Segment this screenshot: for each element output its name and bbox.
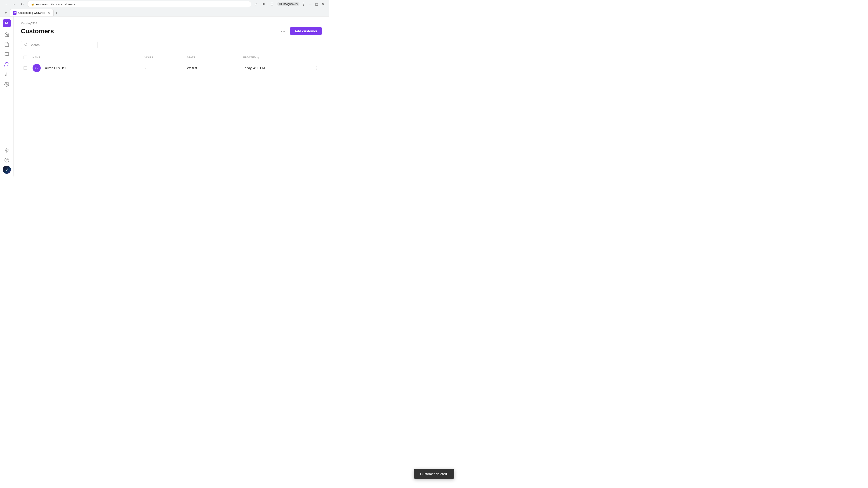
browser-titlebar: ← → ↻ 🔒 new.waitwhile.com/customers ☆ ■ … — [0, 0, 329, 8]
sidebar-item-analytics[interactable] — [2, 70, 11, 79]
sidebar-item-calendar[interactable] — [2, 40, 11, 49]
row-updated-cell: Today, 4:00 PM — [241, 61, 311, 75]
new-tab-btn[interactable]: + — [54, 10, 60, 16]
sidebar-item-settings[interactable] — [2, 80, 11, 89]
bookmark-btn[interactable]: ☆ — [253, 1, 259, 7]
page-header: Customers ⋯ Add customer — [21, 27, 322, 35]
tab-favicon: W — [13, 11, 17, 15]
reload-btn[interactable]: ↻ — [19, 1, 25, 7]
sidebar-bottom: U — [2, 146, 11, 174]
sidebar-btn[interactable]: ☰ — [269, 1, 275, 7]
toolbar-actions: ☆ ■ ☰ 🆧 Incognito (2) ⋮ – ◻ ✕ — [253, 1, 327, 7]
row-state-cell: Waitlist — [184, 61, 241, 75]
tab-close-btn[interactable]: ✕ — [47, 11, 51, 15]
sidebar-item-quickactions[interactable] — [2, 146, 11, 155]
forward-btn[interactable]: → — [11, 1, 17, 7]
customers-table: NAME VISITS STATE UPDATED — [21, 54, 322, 75]
search-icon — [24, 43, 28, 47]
divider — [268, 2, 268, 6]
more-options-btn[interactable]: ⋯ — [279, 28, 287, 35]
text-cursor — [94, 43, 94, 47]
svg-marker-9 — [5, 148, 8, 152]
minimize-btn[interactable]: – — [308, 2, 313, 7]
table-row[interactable]: LC Lauren Cris Deli 2 Waitlist Today, 4:… — [21, 61, 322, 75]
row-actions-btn[interactable]: ⋮ — [313, 65, 319, 71]
page-title: Customers — [21, 28, 54, 35]
close-btn[interactable]: ✕ — [320, 2, 327, 7]
sidebar-app-initial: M — [5, 21, 8, 25]
col-header-updated[interactable]: UPDATED — [241, 54, 311, 61]
extensions-btn[interactable]: ■ — [260, 1, 267, 7]
breadcrumb: Moodjoy7434 — [21, 22, 322, 25]
lock-icon: 🔒 — [31, 2, 34, 6]
main-content: Moodjoy7434 Customers ⋯ Add customer — [13, 17, 329, 176]
search-bar — [21, 41, 98, 49]
sidebar-item-chat[interactable] — [2, 50, 11, 59]
customers-tbody: LC Lauren Cris Deli 2 Waitlist Today, 4:… — [21, 61, 322, 75]
add-customer-btn[interactable]: Add customer — [290, 27, 322, 35]
browser-chrome: ← → ↻ 🔒 new.waitwhile.com/customers ☆ ■ … — [0, 0, 329, 17]
back-btn[interactable]: ← — [3, 1, 9, 7]
url-text: new.waitwhile.com/customers — [36, 2, 75, 6]
row-checkbox[interactable] — [24, 66, 27, 70]
active-tab[interactable]: W Customers | Waitwhile ✕ — [10, 9, 54, 16]
app-container: M — [0, 17, 329, 176]
header-checkbox[interactable] — [24, 56, 27, 59]
header-actions: ⋯ Add customer — [279, 27, 322, 35]
svg-line-13 — [27, 45, 27, 46]
incognito-label: Incognito (2) — [283, 2, 298, 6]
tab-nav-btn[interactable]: ▼ — [3, 10, 9, 16]
sidebar-app-logo[interactable]: M — [3, 19, 11, 27]
more-options-icon: ⋯ — [281, 29, 285, 34]
address-bar[interactable]: 🔒 new.waitwhile.com/customers — [27, 1, 251, 7]
row-visits-cell: 2 — [142, 61, 184, 75]
svg-point-4 — [5, 63, 7, 64]
incognito-icon: 🆧 — [279, 2, 282, 6]
col-header-state[interactable]: STATE — [184, 54, 241, 61]
row-name-cell: LC Lauren Cris Deli — [30, 61, 142, 75]
divider2 — [276, 2, 276, 6]
incognito-badge[interactable]: 🆧 Incognito (2) — [277, 2, 300, 6]
tab-label: Customers | Waitwhile — [18, 11, 45, 14]
customer-avatar: LC — [33, 64, 41, 72]
svg-rect-0 — [5, 43, 8, 47]
col-header-actions — [311, 54, 322, 61]
col-header-checkbox — [21, 54, 30, 61]
sidebar-user-avatar[interactable]: U — [3, 166, 11, 174]
sidebar-item-help[interactable] — [2, 156, 11, 165]
svg-point-8 — [6, 84, 7, 85]
col-header-visits[interactable]: VISITS — [142, 54, 184, 61]
row-checkbox-cell — [21, 61, 30, 75]
window-controls: – ◻ ✕ — [308, 2, 327, 7]
add-customer-label: Add customer — [294, 29, 317, 33]
customer-name: Lauren Cris Deli — [43, 66, 66, 70]
search-input[interactable] — [30, 43, 92, 47]
maximize-btn[interactable]: ◻ — [313, 2, 320, 7]
sidebar: M — [0, 17, 13, 176]
menu-btn[interactable]: ⋮ — [301, 1, 307, 7]
sort-icon — [257, 57, 259, 59]
table-header: NAME VISITS STATE UPDATED — [21, 54, 322, 61]
col-header-name[interactable]: NAME — [30, 54, 142, 61]
sidebar-item-customers[interactable] — [2, 60, 11, 69]
tabs-bar: ▼ W Customers | Waitwhile ✕ + — [0, 8, 329, 16]
row-actions-cell: ⋮ — [311, 61, 322, 75]
avatar-image: U — [3, 166, 11, 174]
sidebar-item-home[interactable] — [2, 30, 11, 39]
